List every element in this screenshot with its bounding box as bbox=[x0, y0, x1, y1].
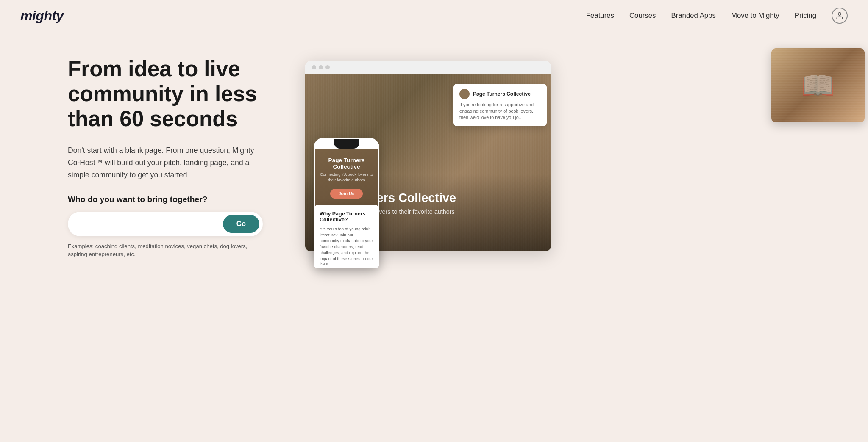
hero-right: Page Turners Collective Connecting YA bo… bbox=[305, 48, 848, 260]
book-photo-top bbox=[771, 48, 865, 122]
dot-green bbox=[326, 65, 330, 69]
go-button[interactable]: Go bbox=[223, 215, 259, 233]
info-card: Page Turners Collective If you're lookin… bbox=[453, 84, 547, 126]
nav-features[interactable]: Features bbox=[586, 11, 614, 20]
nav-move-to-mighty[interactable]: Move to Mighty bbox=[731, 11, 779, 20]
nav-courses[interactable]: Courses bbox=[629, 11, 656, 20]
info-card-header: Page Turners Collective bbox=[459, 89, 541, 99]
phone-community-name: Page Turners Collective bbox=[320, 157, 373, 170]
main-content: From idea to live community in less than… bbox=[0, 31, 868, 439]
avatar bbox=[459, 89, 470, 99]
svg-point-0 bbox=[838, 13, 841, 16]
main-nav: Features Courses Branded Apps Move to Mi… bbox=[586, 8, 848, 24]
hero-subtitle: Don't start with a blank page. From one … bbox=[68, 144, 267, 181]
phone-join-button[interactable]: Join Us bbox=[330, 189, 363, 199]
user-icon bbox=[835, 11, 844, 20]
search-input[interactable] bbox=[78, 220, 223, 228]
info-card-desc: If you're looking for a supportive and e… bbox=[459, 102, 541, 121]
scroll-card-title: Why Page Turners Collective? bbox=[320, 211, 373, 223]
hero-title: From idea to live community in less than… bbox=[68, 57, 280, 132]
phone-notch bbox=[334, 139, 359, 149]
logo[interactable]: mighty bbox=[20, 8, 64, 24]
dot-red bbox=[312, 65, 316, 69]
search-bar: Go bbox=[68, 212, 263, 236]
scroll-card: Why Page Turners Collective? Are you a f… bbox=[314, 205, 379, 268]
examples-text: Examples: coaching clients, meditation n… bbox=[68, 242, 263, 259]
hero-left: From idea to live community in less than… bbox=[68, 57, 280, 259]
dot-yellow bbox=[319, 65, 323, 69]
browser-bar bbox=[305, 61, 551, 74]
info-card-name: Page Turners Collective bbox=[473, 91, 531, 97]
scroll-card-text: Are you a fan of young adult literature?… bbox=[320, 226, 373, 267]
nav-branded-apps[interactable]: Branded Apps bbox=[671, 11, 715, 20]
phone-community-tagline: Connecting YA book lovers to their favor… bbox=[320, 171, 373, 183]
who-label: Who do you want to bring together? bbox=[68, 195, 280, 204]
user-account-button[interactable] bbox=[832, 8, 848, 24]
header: mighty Features Courses Branded Apps Mov… bbox=[0, 0, 868, 31]
nav-pricing[interactable]: Pricing bbox=[795, 11, 816, 20]
